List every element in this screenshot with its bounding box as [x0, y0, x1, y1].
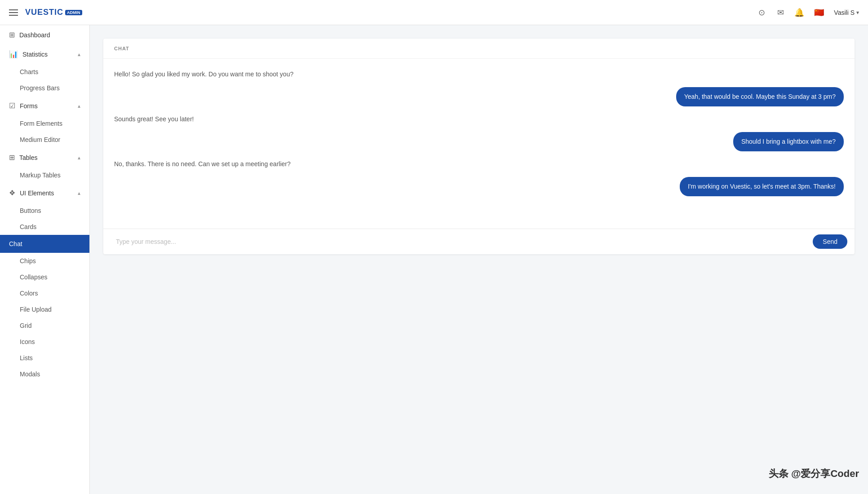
chat-message-bubble: Sounds great! See you later!: [114, 115, 194, 124]
sidebar-group-forms[interactable]: ☑ Forms ▴: [0, 96, 89, 115]
user-name: Vasili S: [834, 9, 855, 16]
topnav-left: VUESTIC ADMIN: [9, 8, 82, 17]
sidebar-group-tables[interactable]: ⊞ Tables ▴: [0, 148, 89, 167]
sidebar-item-chat[interactable]: Chat: [0, 235, 89, 253]
sidebar-item-cards[interactable]: Cards: [0, 219, 89, 235]
dashboard-icon: ⊞: [9, 31, 15, 39]
sidebar-item-colors[interactable]: Colors: [0, 285, 89, 301]
sidebar-item-dashboard[interactable]: ⊞ Dashboard: [0, 25, 89, 44]
chevron-down-icon: ▾: [856, 9, 859, 16]
sidebar-item-lists[interactable]: Lists: [0, 350, 89, 366]
chat-panel-title: CHAT: [103, 39, 855, 59]
ui-elements-chevron-icon: ▴: [78, 190, 80, 196]
logo: VUESTIC ADMIN: [25, 8, 82, 17]
chat-message-row: I'm working on Vuestic, so let's meet at…: [114, 177, 844, 196]
topnav-right: ⊙ ✉ 🔔 🇨🇳 Vasili S ▾: [757, 8, 859, 18]
user-menu[interactable]: Vasili S ▾: [834, 9, 859, 16]
topnav: VUESTIC ADMIN ⊙ ✉ 🔔 🇨🇳 Vasili S ▾: [0, 0, 868, 25]
main-content: CHAT Hello! So glad you liked my work. D…: [90, 25, 868, 494]
sidebar-item-collapses[interactable]: Collapses: [0, 269, 89, 285]
forms-chevron-icon: ▴: [78, 103, 80, 109]
tables-chevron-icon: ▴: [78, 154, 80, 161]
send-button[interactable]: Send: [813, 234, 847, 249]
chat-panel: CHAT Hello! So glad you liked my work. D…: [103, 39, 855, 254]
sidebar-item-icons[interactable]: Icons: [0, 334, 89, 350]
ui-elements-icon: ❖: [9, 189, 15, 197]
chat-message-bubble: I'm working on Vuestic, so let's meet at…: [680, 177, 844, 196]
chat-message-row: Sounds great! See you later!: [114, 115, 844, 124]
mail-icon[interactable]: ✉: [775, 8, 785, 18]
chat-messages: Hello! So glad you liked my work. Do you…: [103, 59, 855, 229]
sidebar-item-markup-tables[interactable]: Markup Tables: [0, 167, 89, 183]
hamburger-icon[interactable]: [9, 9, 18, 16]
sidebar-ui-elements-label: UI Elements: [20, 190, 54, 197]
chat-message-bubble: Hello! So glad you liked my work. Do you…: [114, 70, 293, 79]
sidebar-item-chips[interactable]: Chips: [0, 253, 89, 269]
sidebar-item-grid[interactable]: Grid: [0, 318, 89, 334]
chat-message-row: Should I bring a lightbox with me?: [114, 132, 844, 151]
chat-message-row: No, thanks. There is no need. Can we set…: [114, 159, 844, 169]
chat-message-bubble: Should I bring a lightbox with me?: [733, 132, 844, 151]
chat-message-bubble: Yeah, that would be cool. Maybe this Sun…: [676, 87, 844, 106]
help-icon[interactable]: ⊙: [757, 8, 766, 18]
forms-icon: ☑: [9, 101, 15, 110]
chat-input-row: Send: [103, 229, 855, 254]
flag-icon[interactable]: 🇨🇳: [813, 9, 825, 17]
chat-message-input[interactable]: [111, 234, 807, 249]
sidebar-group-statistics[interactable]: 📊 Statistics ▴: [0, 44, 89, 64]
chat-message-row: Yeah, that would be cool. Maybe this Sun…: [114, 87, 844, 106]
sidebar-chat-label: Chat: [9, 240, 22, 247]
sidebar-item-modals[interactable]: Modals: [0, 366, 89, 382]
layout: ⊞ Dashboard 📊 Statistics ▴ Charts Progre…: [0, 25, 868, 494]
statistics-chevron-icon: ▴: [78, 51, 80, 57]
sidebar-statistics-label: Statistics: [22, 51, 48, 58]
bell-icon[interactable]: 🔔: [794, 8, 804, 18]
logo-text: VUESTIC: [25, 8, 63, 17]
sidebar-dashboard-label: Dashboard: [19, 31, 50, 39]
sidebar-group-ui-elements[interactable]: ❖ UI Elements ▴: [0, 183, 89, 203]
logo-badge: ADMIN: [65, 10, 82, 15]
sidebar-item-charts[interactable]: Charts: [0, 64, 89, 80]
sidebar: ⊞ Dashboard 📊 Statistics ▴ Charts Progre…: [0, 25, 90, 494]
sidebar-forms-label: Forms: [20, 102, 38, 110]
sidebar-tables-label: Tables: [19, 154, 37, 161]
sidebar-item-medium-editor[interactable]: Medium Editor: [0, 132, 89, 148]
sidebar-item-progress-bars[interactable]: Progress Bars: [0, 80, 89, 96]
statistics-icon: 📊: [9, 50, 18, 58]
sidebar-item-buttons[interactable]: Buttons: [0, 203, 89, 219]
tables-icon: ⊞: [9, 153, 15, 162]
chat-message-row: Hello! So glad you liked my work. Do you…: [114, 70, 844, 79]
sidebar-item-file-upload[interactable]: File Upload: [0, 301, 89, 318]
chat-message-bubble: No, thanks. There is no need. Can we set…: [114, 159, 291, 169]
sidebar-item-form-elements[interactable]: Form Elements: [0, 115, 89, 132]
